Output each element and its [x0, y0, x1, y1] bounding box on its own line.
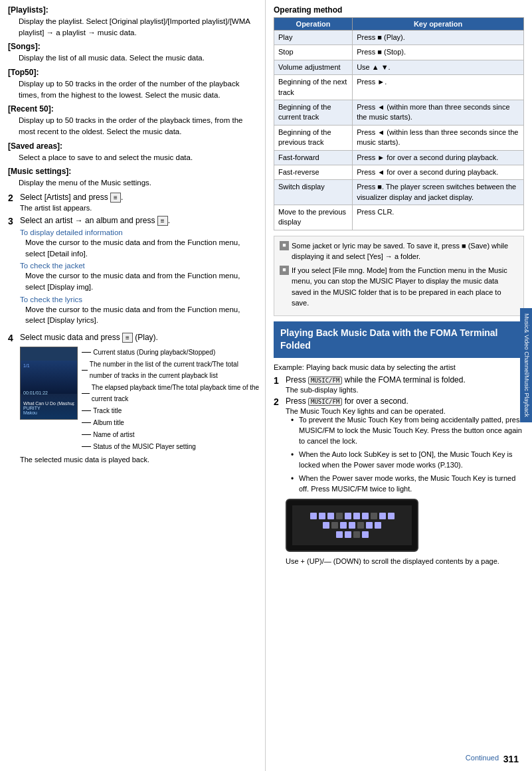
table-cell-key: Press ■ (Stop).	[353, 45, 524, 60]
label-artist: Name of artist	[82, 429, 261, 440]
table-cell-operation: Fast-reverse	[274, 165, 353, 179]
operation-table: Operation Key operation PlayPress ■ (Pla…	[274, 17, 524, 230]
phone-char	[310, 513, 317, 519]
table-row: Switch displayPress ■. The player screen…	[274, 180, 524, 205]
phone-char	[357, 522, 364, 529]
menu-icon-step2: ≡	[110, 193, 121, 203]
phone-char	[349, 522, 355, 529]
player-area: 1/1 00:01/01:22 What Can U Do (Mashup 5.…	[20, 347, 257, 464]
table-row: PlayPress ■ (Play).	[274, 31, 524, 45]
phone-char	[388, 513, 395, 519]
check-jacket-content: Move the cursor to the music data and fr…	[25, 270, 257, 292]
table-cell-operation: Beginning of the previous track	[274, 125, 353, 150]
phone-char	[319, 513, 325, 519]
step2-number: 2	[8, 193, 19, 203]
table-header-key: Key operation	[353, 18, 524, 31]
blue-section-header: Playing Back Music Data with the FOMA Te…	[274, 321, 524, 358]
step3-body: Select an artist → an album and press ≡.…	[20, 216, 257, 329]
table-row: Fast-reversePress ◄ for over a second du…	[274, 165, 524, 179]
step4-play-label: (Play).	[135, 333, 158, 342]
phone-char	[323, 522, 329, 529]
phone-text-row-3	[336, 531, 369, 538]
bullet-text-1: When the Auto lock SubKey is set to [ON]…	[299, 450, 524, 471]
bullet-text-0: To prevent the Music Touch Key from bein…	[299, 415, 524, 447]
step3-container: 3 Select an artist → an album and press …	[8, 216, 257, 329]
phone-char	[379, 513, 386, 519]
step3-text: Select an artist → an album and press	[20, 216, 155, 225]
table-cell-operation: Switch display	[274, 180, 353, 205]
sections-list: [Playlists]: Display the playlist. Selec…	[8, 5, 257, 189]
table-cell-operation: Stop	[274, 45, 353, 60]
phone-char	[353, 513, 360, 519]
bullet-item-2: • When the Power saver mode works, the M…	[291, 473, 524, 495]
right-step2-text: for over a second.	[345, 396, 408, 406]
label-status: Current status (During playback/Stopped)	[82, 347, 261, 358]
recent50-content: Display up to 50 tracks in the order of …	[19, 115, 257, 137]
check-lyrics-heading: To check the lyrics	[20, 296, 257, 303]
phone-char	[336, 513, 343, 519]
phone-char	[362, 531, 369, 538]
saved-header: [Saved areas]:	[8, 141, 257, 151]
phone-char	[375, 522, 381, 529]
continued-text: Continued	[466, 754, 499, 762]
saved-content: Select a place to save to and select the…	[19, 152, 257, 163]
right-step2-number: 2	[274, 396, 284, 407]
display-detail-content: Move the cursor to the music data and fr…	[25, 237, 257, 259]
step4-text: Select music data and press	[20, 333, 120, 342]
bullet-dot-2: •	[291, 473, 299, 485]
phone-char	[331, 522, 338, 529]
right-step2-sub: The Music Touch Key lights and can be op…	[286, 407, 524, 415]
right-step1-body: Press MUSIC/FM while the FOMA terminal i…	[286, 375, 524, 394]
step4-container: 4 Select music data and press ≡ (Play). …	[8, 333, 257, 468]
check-lyrics-content: Move the cursor to the music data and fr…	[25, 304, 257, 326]
music-settings-header: [Music settings]:	[8, 167, 257, 176]
table-row: Beginning of the previous trackPress ◄ (…	[274, 125, 524, 150]
phone-text-row-2	[323, 522, 381, 529]
recent50-header: [Recent 50]:	[8, 104, 257, 114]
playlists-content: Display the playlist. Select [Original p…	[19, 16, 257, 38]
step2-container: 2 Select [Artists] and press ≡. The arti…	[8, 193, 257, 212]
playlists-header: [Playlists]:	[8, 5, 257, 15]
page-number: 311	[503, 754, 519, 764]
sidebar-tab: Music& Video Channel/Music Playback	[520, 308, 532, 422]
phone-screen	[292, 505, 412, 545]
top50-header: [Top50]:	[8, 68, 257, 77]
table-cell-key: Press CLR.	[353, 205, 524, 230]
right-column: Operating method Operation Key operation…	[266, 0, 532, 771]
note-item-1: ■ Some jacket or lyric may be saved. To …	[280, 240, 518, 262]
step4-number: 4	[8, 333, 19, 343]
label-track-title: Track title	[82, 405, 261, 416]
step4-sub: The selected music data is played back.	[20, 456, 257, 464]
phone-char	[362, 513, 369, 519]
table-cell-key: Press ◄ (within less than three seconds …	[353, 125, 524, 150]
table-row: Move to the previous displayPress CLR.	[274, 205, 524, 230]
player-labels: Current status (During playback/Stopped)…	[82, 347, 261, 453]
example-text: Example: Playing back music data by sele…	[274, 363, 524, 371]
player-image: 1/1 00:01/01:22 What Can U Do (Mashup 5.…	[20, 347, 78, 420]
note-icon-2: ■	[280, 266, 289, 275]
table-row: Fast-forwardPress ► for over a second du…	[274, 150, 524, 165]
music-settings-content: Display the menu of the Music settings.	[19, 177, 257, 189]
table-cell-operation: Volume adjustment	[274, 60, 353, 74]
menu-icon-step3: ≡	[157, 216, 168, 226]
table-cell-operation: Fast-forward	[274, 150, 353, 165]
bullet-text-2: When the Power saver mode works, the Mus…	[299, 473, 524, 495]
label-track-number: The number in the list of the current tr…	[82, 359, 261, 381]
phone-char	[345, 531, 351, 538]
step3-number: 3	[8, 216, 19, 226]
bullet-list: • To prevent the Music Touch Key from be…	[291, 415, 524, 495]
table-row: Beginning of the current trackPress ◄ (w…	[274, 100, 524, 125]
right-step2-container: 2 Press MUSIC/FM for over a second. The …	[274, 396, 524, 566]
top50-content: Display up to 50 tracks in the order of …	[19, 78, 257, 100]
table-cell-operation: Play	[274, 31, 353, 45]
phone-text-row-1	[310, 513, 395, 519]
table-cell-operation: Beginning of the next track	[274, 75, 353, 100]
label-album: Album title	[82, 417, 261, 428]
table-cell-key: Press ►.	[353, 75, 524, 100]
right-step1-sub: The sub-display lights.	[286, 386, 524, 394]
step2-sub: The artist list appears.	[20, 204, 257, 212]
table-cell-operation: Move to the previous display	[274, 205, 353, 230]
phone-char	[366, 522, 373, 529]
op-method-title: Operating method	[274, 5, 524, 15]
check-jacket-heading: To check the jacket	[20, 262, 257, 270]
